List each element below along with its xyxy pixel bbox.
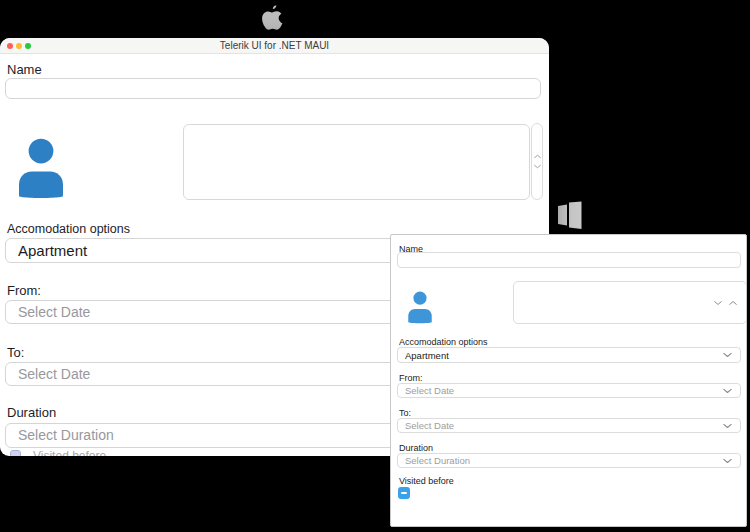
person-icon xyxy=(11,127,71,199)
name-label: Name xyxy=(7,62,42,77)
from-label: From: xyxy=(7,283,41,298)
chevron-down-icon xyxy=(723,423,732,428)
from-date-picker[interactable]: Select Date xyxy=(397,383,741,398)
duration-label: Duration xyxy=(7,405,56,420)
visited-before-label: Visited before xyxy=(399,476,454,486)
chevron-down-icon[interactable] xyxy=(534,164,541,169)
chevron-down-icon xyxy=(723,388,732,393)
from-date-placeholder: Select Date xyxy=(405,385,454,396)
mac-titlebar[interactable]: Telerik UI for .NET MAUI xyxy=(0,38,549,54)
visited-before-label: Visited before xyxy=(33,449,106,456)
close-button[interactable] xyxy=(7,43,13,49)
duration-placeholder: Select Duration xyxy=(405,455,470,466)
desktop: Telerik UI for .NET MAUI Name Accomodati… xyxy=(0,0,750,532)
zoom-button[interactable] xyxy=(25,43,31,49)
stepper-control[interactable] xyxy=(531,123,543,200)
window-title: Telerik UI for .NET MAUI xyxy=(0,38,549,54)
name-input[interactable] xyxy=(5,78,541,99)
name-input-field[interactable] xyxy=(398,257,740,271)
apple-logo-icon xyxy=(261,4,283,31)
to-label: To: xyxy=(399,408,411,418)
indeterminate-dash-icon xyxy=(401,492,407,494)
accommodation-label: Accomodation options xyxy=(399,337,488,347)
visited-before-checkbox[interactable] xyxy=(398,487,410,499)
visited-before-checkbox[interactable] xyxy=(10,450,21,456)
chevron-down-icon xyxy=(723,353,732,358)
accommodation-combobox[interactable]: Apartment xyxy=(397,347,741,363)
notes-textarea[interactable] xyxy=(183,124,530,200)
to-date-picker[interactable]: Select Date xyxy=(397,418,741,433)
notes-input[interactable] xyxy=(513,281,747,324)
duration-label: Duration xyxy=(399,443,433,453)
chevron-up-icon[interactable] xyxy=(534,154,541,159)
name-input-field[interactable] xyxy=(6,79,540,98)
from-label: From: xyxy=(399,373,423,383)
name-input[interactable] xyxy=(397,252,741,268)
to-date-placeholder: Select Date xyxy=(405,420,454,431)
visited-before-row: Visited before xyxy=(0,449,400,456)
minimize-button[interactable] xyxy=(16,43,22,49)
to-label: To: xyxy=(7,345,24,360)
accommodation-value: Apartment xyxy=(405,350,449,361)
chevron-down-icon[interactable] xyxy=(714,300,722,305)
chevron-up-icon[interactable] xyxy=(729,300,737,305)
accommodation-label: Accomodation options xyxy=(7,222,130,236)
windows-logo-icon xyxy=(555,196,584,229)
windows-window: Name Accomodation options Apartment From… xyxy=(390,234,747,527)
chevron-down-icon xyxy=(723,458,732,463)
duration-picker[interactable]: Select Duration xyxy=(397,453,741,468)
person-icon xyxy=(404,284,436,325)
